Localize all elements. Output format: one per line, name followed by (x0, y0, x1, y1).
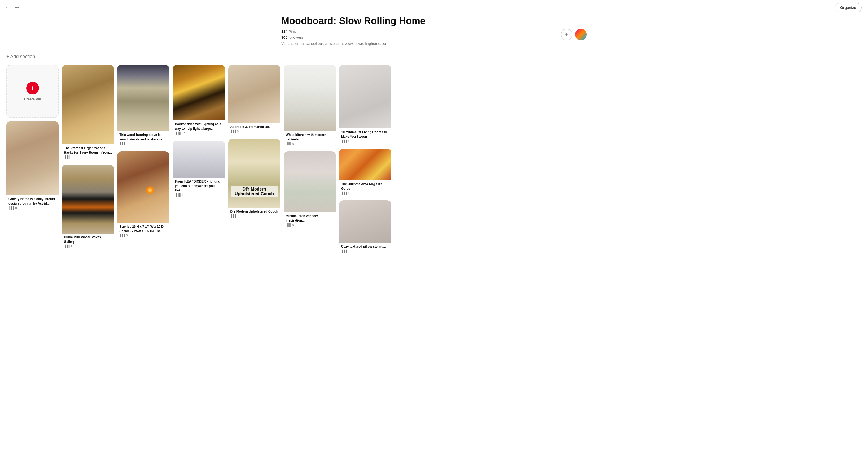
board-header: Moodboard: Slow Rolling Home 114 Pins 30… (275, 16, 593, 51)
stats-count: 0 (126, 234, 128, 237)
stats-bar-icon: ▐▐▐ (64, 245, 69, 247)
pin-stats: ▐▐▐ 0 (119, 234, 167, 237)
pin-title: Cozy textured pillow styling... (341, 244, 389, 249)
pin-card-ikea[interactable]: From IKEA "DIODER - lighting you can put… (173, 141, 225, 199)
pin-stats: ▐▐▐ 0 (8, 206, 57, 210)
board-info: 114 Pins 306 followers Visuals for our s… (281, 29, 389, 47)
pin-title: Cubic Mini Wood Stoves - Gallery (64, 235, 112, 244)
add-section-button[interactable]: + Add section (0, 51, 868, 65)
pin-card-couch[interactable]: DIY Modern Upholstered Couch DIY Modern … (228, 139, 280, 220)
pin-title: Bookshelves with lighting as a way to he… (175, 122, 223, 131)
stats-bar-icon: ▐▐▐ (175, 194, 180, 196)
pin-stats: ▐▐▐ 1 (64, 244, 112, 247)
board-description: Visuals for our school bus conversion: w… (281, 40, 389, 47)
stats-bar-icon: ▐▐▐ (286, 224, 291, 226)
pin-footer: Minimal arch window inspiration... ▐▐▐ 0 (284, 212, 336, 229)
pin-title: 10 Minimalist Living Rooms to Make You S… (341, 130, 389, 139)
pin-footer: Bookshelves with lighting as a way to he… (173, 120, 225, 138)
stats-count: 1 (237, 214, 239, 217)
more-icon[interactable]: ••• (14, 5, 20, 10)
pin-footer: Gravity Home is a daily interior design … (6, 195, 59, 212)
board-meta: 114 Pins 306 followers Visuals for our s… (281, 29, 587, 47)
stats-count: 1 (126, 142, 128, 145)
add-section-label: + Add section (6, 54, 35, 59)
organize-button[interactable]: Organize (835, 3, 862, 12)
pin-stats: ▐▐▐ 1 (341, 191, 389, 195)
pin-card-bedroom[interactable]: Size is : 29 H x 7 1/4 W x 10 D Shelve (… (117, 151, 169, 240)
pin-stats: ▐▐▐ 1 (119, 142, 167, 145)
pin-footer: DIY Modern Upholstered Couch ▐▐▐ 1 (228, 208, 280, 220)
pin-footer: White kitchen with modern cabinets... ▐▐… (284, 131, 336, 148)
pin-title: DIY Modern Upholstered Couch (230, 209, 278, 214)
pin-card-minimalist[interactable]: 10 Minimalist Living Rooms to Make You S… (339, 65, 391, 145)
stats-count: 0 (292, 142, 294, 145)
pin-footer: Cubic Mini Wood Stoves - Gallery ▐▐▐ 1 (62, 233, 114, 251)
pin-footer: Size is : 29 H x 7 1/4 W x 10 D Shelve (… (117, 223, 169, 240)
pin-footer: The Ultimate Area Rug Size Guide ▐▐▐ 1 (339, 180, 391, 197)
pin-stats: ▐▐▐ 0 (230, 130, 278, 133)
pin-card-stove2[interactable]: This wood burning stove is small, simple… (117, 65, 169, 148)
stats-count: 27 (182, 132, 185, 135)
pin-title: Size is : 29 H x 7 1/4 W x 10 D Shelve (… (119, 225, 167, 233)
pin-card-rug[interactable]: The Ultimate Area Rug Size Guide ▐▐▐ 1 (339, 149, 391, 197)
pin-footer: Cozy textured pillow styling... ▐▐▐ 0 (339, 243, 391, 255)
stats-bar-icon: ▐▐▐ (8, 206, 14, 209)
pin-footer: This wood burning stove is small, simple… (117, 131, 169, 148)
pin-title: This wood burning stove is small, simple… (119, 133, 167, 142)
stats-bar-icon: ▐▐▐ (119, 142, 125, 145)
pin-stats: ▐▐▐ 1 (341, 140, 389, 143)
stats-bar-icon: ▐▐▐ (341, 250, 347, 253)
avatar (575, 29, 587, 40)
board-title: Moodboard: Slow Rolling Home (281, 16, 587, 27)
pin-stats: ▐▐▐ 27 (175, 132, 223, 135)
stats-count: 0 (15, 206, 17, 210)
create-pin-label: Create Pin (24, 97, 41, 101)
pin-title: The Prettiest Organizational Hacks for E… (64, 146, 112, 155)
pin-card-organizer[interactable]: The Prettiest Organizational Hacks for E… (62, 65, 114, 161)
stats-count: 0 (348, 250, 349, 253)
followers-label: followers (288, 35, 303, 39)
pin-card-bedroom2[interactable]: Adorable 30 Romantic Be... ▐▐▐ 0 (228, 65, 280, 136)
stats-bar-icon: ▐▐▐ (230, 130, 236, 133)
stats-bar-icon: ▐▐▐ (341, 192, 347, 195)
board-avatars: + (561, 29, 587, 40)
followers-count-line: 306 followers (281, 34, 389, 40)
pin-card-stove[interactable]: Cubic Mini Wood Stoves - Gallery ▐▐▐ 1 (62, 165, 114, 251)
stats-count: 1 (348, 140, 349, 143)
stats-count: 1 (348, 191, 349, 195)
pin-stats: ▐▐▐ 0 (286, 223, 334, 226)
stats-bar-icon: ▐▐▐ (341, 140, 347, 143)
pin-footer: From IKEA "DIODER - lighting you can put… (173, 178, 225, 199)
pins-count: 114 (281, 29, 287, 34)
pin-card-pillow[interactable]: Cozy textured pillow styling... ▐▐▐ 0 (339, 200, 391, 255)
pin-stats: ▐▐▐ 1 (230, 214, 278, 217)
pin-title: Minimal arch window inspiration... (286, 214, 334, 223)
stats-bar-icon: ▐▐▐ (175, 132, 180, 135)
create-pin-plus-icon: + (26, 82, 39, 94)
pin-footer: The Prettiest Organizational Hacks for E… (62, 144, 114, 161)
pin-stats: ▐▐▐ 0 (64, 155, 112, 159)
pin-stats: ▐▐▐ 0 (341, 250, 389, 253)
pin-footer: Adorable 30 Romantic Be... ▐▐▐ 0 (228, 123, 280, 136)
create-pin-card[interactable]: + Create Pin (6, 65, 59, 118)
edit-icon[interactable]: ✏ (6, 5, 10, 10)
pin-title: From IKEA "DIODER - lighting you can put… (175, 179, 223, 193)
followers-count: 306 (281, 35, 287, 39)
pin-title: The Ultimate Area Rug Size Guide (341, 182, 389, 191)
stats-count: 1 (70, 244, 72, 247)
pin-stats: ▐▐▐ 9 (175, 193, 223, 196)
add-collaborator-button[interactable]: + (561, 29, 572, 40)
stats-bar-icon: ▐▐▐ (286, 142, 291, 145)
stats-count: 0 (292, 223, 294, 226)
stats-count: 0 (237, 130, 239, 133)
pin-card-kitchen[interactable]: White kitchen with modern cabinets... ▐▐… (284, 65, 336, 148)
stats-count: 9 (182, 193, 183, 196)
pin-card-living1[interactable]: Gravity Home is a daily interior design … (6, 121, 59, 212)
stats-bar-icon: ▐▐▐ (119, 234, 125, 237)
pins-label: Pins (288, 29, 296, 34)
pin-footer: 10 Minimalist Living Rooms to Make You S… (339, 128, 391, 145)
pin-card-bookshelves[interactable]: Bookshelves with lighting as a way to he… (173, 65, 225, 138)
stats-count: 0 (70, 155, 72, 159)
pin-card-window[interactable]: Minimal arch window inspiration... ▐▐▐ 0 (284, 151, 336, 229)
pin-title: Adorable 30 Romantic Be... (230, 125, 278, 129)
